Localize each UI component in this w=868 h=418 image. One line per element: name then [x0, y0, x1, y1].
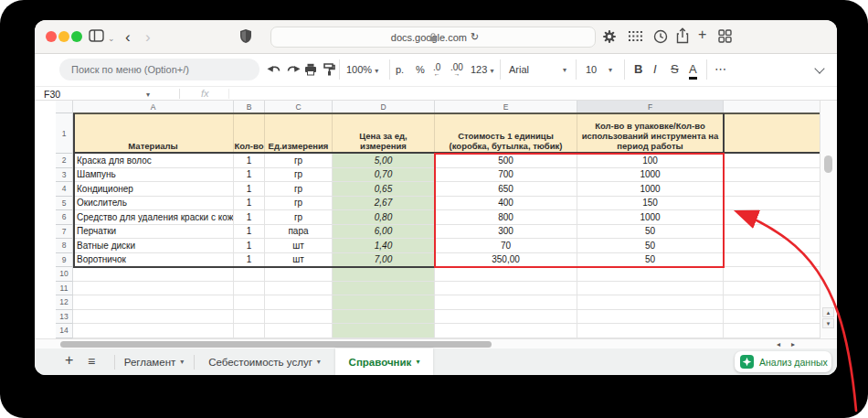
column-header-G[interactable] [724, 101, 821, 113]
sheet-tab-menu-arrow[interactable]: ▾ [416, 358, 419, 366]
text-color-button[interactable]: A [689, 62, 697, 80]
sheet-tab-3[interactable]: Справочник▾ [335, 348, 433, 375]
back-icon[interactable]: ‹ [125, 28, 131, 47]
row-header-2[interactable]: 2 [56, 154, 73, 168]
cell-C11[interactable] [265, 282, 333, 296]
cell-C5[interactable]: гр [265, 197, 333, 211]
cell-D3[interactable]: 0,70 [333, 168, 435, 183]
cell-A8[interactable]: Ватные диски [73, 239, 234, 253]
vertical-scrollbar-thumb[interactable] [824, 155, 832, 173]
grid-corner-box[interactable] [56, 101, 73, 113]
print-icon[interactable] [304, 63, 317, 76]
cell-G10[interactable] [724, 267, 821, 282]
decrease-decimal-button[interactable]: .0← [433, 62, 440, 76]
cell-A7[interactable]: Перчатки [73, 225, 234, 240]
cell-D5[interactable]: 2,67 [333, 197, 435, 211]
cell-G12[interactable] [724, 295, 821, 310]
row-header-8[interactable]: 8 [56, 239, 73, 253]
cell-D9[interactable]: 7,00 [333, 253, 435, 268]
cell-B11[interactable] [234, 282, 265, 296]
minimize-button[interactable] [58, 31, 69, 42]
cell-A11[interactable] [73, 282, 234, 296]
number-format-menu[interactable]: 123 ▾ [471, 64, 493, 75]
cell-C4[interactable]: гр [265, 182, 333, 197]
apps-grid-icon[interactable] [629, 31, 642, 41]
cell-C9[interactable]: шт [265, 253, 333, 268]
bold-button[interactable]: B [634, 62, 642, 77]
cell-C13[interactable] [265, 310, 333, 325]
cell-D4[interactable]: 0,65 [333, 182, 435, 197]
cell-F14[interactable] [577, 324, 724, 338]
row-header-1[interactable]: 1 [56, 113, 73, 154]
close-button[interactable] [46, 31, 57, 42]
name-box-arrow[interactable]: ▾ [146, 91, 150, 99]
row-header-12[interactable]: 12 [56, 295, 73, 310]
spreadsheet-grid[interactable]: 141312111050350,007,00шт1Воротничок95070… [35, 101, 837, 338]
sidebar-chevron-icon[interactable]: ⌄ [108, 32, 115, 45]
font-size-select[interactable]: 10 [586, 64, 597, 75]
table-header-cell-G1[interactable] [724, 113, 821, 154]
cell-C3[interactable]: гр [265, 168, 333, 183]
sidebar-icon[interactable] [89, 29, 104, 42]
italic-button[interactable]: I [653, 62, 657, 77]
table-header-cell-F1[interactable]: Кол-во в упаковке/Кол-во использований и… [577, 113, 724, 154]
cell-A10[interactable] [73, 267, 234, 282]
cell-A13[interactable] [73, 310, 234, 325]
cell-E11[interactable] [435, 282, 577, 296]
cell-E14[interactable] [435, 324, 577, 338]
cell-C6[interactable]: гр [265, 210, 333, 225]
cell-B13[interactable] [234, 310, 265, 325]
cell-C12[interactable] [265, 295, 333, 310]
row-header-5[interactable]: 5 [56, 197, 73, 211]
sheet-tab-2[interactable]: Себестоимость услуг▾ [194, 348, 335, 375]
forward-icon[interactable]: › [145, 28, 151, 47]
cell-B7[interactable]: 1 [234, 225, 265, 240]
cell-F10[interactable] [577, 267, 724, 282]
column-header-C[interactable]: C [265, 101, 333, 113]
scroll-up-button[interactable]: ▴ [822, 307, 834, 317]
new-tab-icon[interactable]: + [698, 28, 706, 41]
cell-D8[interactable]: 1,40 [333, 239, 435, 253]
table-header-cell-A1[interactable]: Материалы [73, 113, 234, 154]
sheet-tab-menu-arrow[interactable]: ▾ [180, 358, 184, 366]
tab-overview-icon[interactable] [718, 29, 732, 43]
zoom-select[interactable]: 100% ▾ [346, 64, 378, 75]
row-header-11[interactable]: 11 [56, 282, 73, 296]
reload-icon[interactable]: ↻ [471, 31, 479, 43]
cell-G7[interactable] [724, 225, 821, 240]
all-sheets-icon[interactable]: ≡ [88, 354, 95, 369]
row-header-6[interactable]: 6 [56, 210, 73, 225]
cell-D13[interactable] [333, 310, 435, 325]
font-select-arrow[interactable]: ▾ [563, 66, 566, 74]
cell-G9[interactable] [724, 253, 821, 268]
column-header-E[interactable]: E [435, 101, 577, 113]
redo-icon[interactable] [286, 65, 301, 75]
table-header-cell-D1[interactable]: Цена за ед, измерения [333, 113, 435, 154]
scroll-down-button[interactable]: ▾ [822, 318, 834, 328]
increase-decimal-button[interactable]: .00→ [450, 62, 463, 76]
vertical-scrollbar[interactable]: ▴ ▾ [820, 101, 837, 338]
cell-F13[interactable] [577, 310, 724, 325]
privacy-shield-icon[interactable] [239, 28, 252, 44]
percent-format-button[interactable]: % [416, 64, 425, 75]
cell-A2[interactable]: Краска для волос [73, 154, 234, 168]
cell-B10[interactable] [234, 267, 265, 282]
cell-F11[interactable] [577, 282, 724, 296]
cell-G13[interactable] [724, 310, 821, 325]
cell-G11[interactable] [724, 282, 821, 296]
cell-D6[interactable]: 0,80 [333, 210, 435, 225]
horizontal-scrollbar[interactable]: ◂ ▸ [35, 338, 837, 348]
undo-icon[interactable] [267, 65, 281, 75]
cell-C7[interactable]: пара [265, 225, 333, 240]
cell-G3[interactable] [724, 168, 821, 183]
column-header-A[interactable]: A [73, 101, 234, 113]
cell-C2[interactable]: гр [265, 154, 333, 168]
menu-search-input[interactable]: Поиск по меню (Option+/) [59, 59, 259, 80]
cell-D2[interactable]: 5,00 [333, 154, 435, 168]
name-box[interactable]: F30 [44, 89, 60, 100]
row-header-10[interactable]: 10 [56, 267, 73, 282]
cell-B2[interactable]: 1 [234, 154, 265, 168]
column-header-D[interactable]: D [333, 101, 435, 113]
cell-D10[interactable] [333, 267, 435, 282]
collapse-toolbar-icon[interactable] [814, 63, 824, 73]
